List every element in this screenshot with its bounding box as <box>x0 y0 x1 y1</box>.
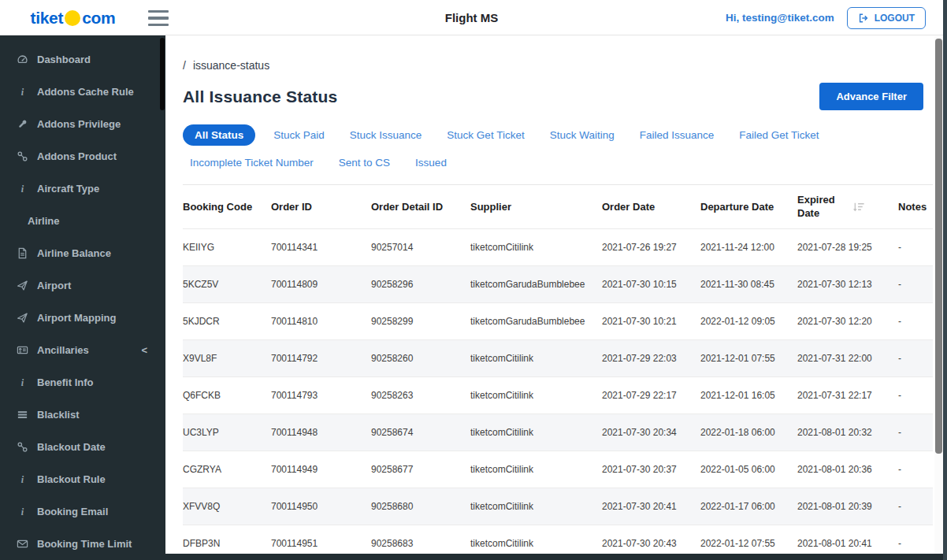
logo-text-tiket: tiket <box>31 9 64 28</box>
main-content: / issuance-status All Issuance Status Ad… <box>165 35 934 554</box>
tab-stuck-paid[interactable]: Stuck Paid <box>266 124 332 146</box>
cell-departure-date: 2022-01-17 06:00 <box>700 501 797 512</box>
info-icon: i <box>16 376 29 388</box>
tab-issued[interactable]: Issued <box>408 152 454 173</box>
tab-failed-get-ticket[interactable]: Failed Get Ticket <box>732 124 826 146</box>
table-row[interactable]: 5KJDCR70011481090258299tiketcomGarudaBum… <box>183 303 933 340</box>
sign-out-icon <box>858 13 869 24</box>
column-header-label: Order ID <box>271 201 312 213</box>
logo-text-com: com <box>82 9 115 28</box>
tab-all-status[interactable]: All Status <box>183 124 255 146</box>
column-header-supplier: Supplier <box>470 201 602 213</box>
svg-text:i: i <box>21 474 24 485</box>
sidebar-item-benefit-info[interactable]: iBenefit Info <box>0 366 165 399</box>
sidebar-item-label: Aircraft Type <box>37 183 99 195</box>
sidebar-item-label: Addons Cache Rule <box>37 86 134 98</box>
cell-departure-date: 2022-01-12 09:05 <box>700 316 797 327</box>
page-title: All Issuance Status <box>183 87 337 106</box>
table-row[interactable]: Q6FCKB70011479390258263tiketcomCitilink2… <box>183 377 933 414</box>
cell-notes: - <box>898 316 933 327</box>
cell-expired-date: 2021-08-01 20:41 <box>797 538 898 549</box>
sidebar-item-label: Airline <box>28 215 59 227</box>
sidebar-item-dashboard[interactable]: Dashboard <box>0 43 165 76</box>
cell-booking-code: 5KJDCR <box>183 316 271 327</box>
breadcrumb-item-issuance-status: issuance-status <box>193 59 269 72</box>
cell-supplier: tiketcomCitilink <box>470 464 602 475</box>
cell-supplier: tiketcomCitilink <box>470 353 602 364</box>
sidebar-item-label: Airport Mapping <box>37 312 116 324</box>
logout-button[interactable]: LOGOUT <box>847 7 926 29</box>
logo-yellow-dot-icon <box>65 10 80 26</box>
table-row[interactable]: DFBP3N70011495190258683tiketcomCitilink2… <box>183 525 933 554</box>
cell-order-date: 2021-07-30 20:34 <box>602 427 700 438</box>
sidebar-item-blacklist[interactable]: Blacklist <box>0 399 165 431</box>
sidebar-item-blackout-date[interactable]: Blackout Date <box>0 431 165 463</box>
sidebar-item-addons-product[interactable]: Addons Product <box>0 140 165 172</box>
table-row[interactable]: 5KCZ5V70011480990258296tiketcomGarudaBum… <box>183 266 933 303</box>
sidebar-item-booking-email[interactable]: iBooking Email <box>0 495 165 528</box>
sidebar-item-airport-mapping[interactable]: Airport Mapping <box>0 302 165 334</box>
advance-filter-button[interactable]: Advance Filter <box>819 83 923 110</box>
table-row[interactable]: UC3LYP70011494890258674tiketcomCitilink2… <box>183 414 933 451</box>
table-row[interactable]: X9VL8F70011479290258260tiketcomCitilink2… <box>183 340 933 377</box>
sidebar-item-addons-privilege[interactable]: Addons Privilege <box>0 108 165 140</box>
cell-order-detail-id: 90258260 <box>371 353 470 364</box>
sidebar-scrollbar-thumb[interactable] <box>160 38 165 110</box>
table-header-row: Booking CodeOrder IDOrder Detail IDSuppl… <box>183 184 933 229</box>
sidebar-item-aircraft-type[interactable]: iAircraft Type <box>0 172 165 205</box>
table-row[interactable]: CGZRYA70011494990258677tiketcomCitilink2… <box>183 451 933 488</box>
file-icon <box>16 247 29 259</box>
sidebar-item-airline[interactable]: Airline <box>0 205 165 237</box>
info-icon: i <box>16 506 29 517</box>
column-header-notes: Notes <box>898 201 933 213</box>
logout-button-label: LOGOUT <box>875 13 915 24</box>
cell-expired-date: 2021-07-31 22:00 <box>797 353 898 364</box>
cell-order-id: 700114793 <box>271 390 371 401</box>
cell-order-date: 2021-07-30 20:43 <box>602 538 700 549</box>
tab-stuck-waiting[interactable]: Stuck Waiting <box>543 124 622 146</box>
cell-departure-date: 2021-12-01 16:05 <box>700 390 797 401</box>
link-icon <box>16 150 29 162</box>
sidebar-item-addons-cache-rule[interactable]: iAddons Cache Rule <box>0 76 165 108</box>
sidebar-item-airline-balance[interactable]: Airline Balance <box>0 237 165 269</box>
tiket-com-logo: tiket com <box>0 0 146 35</box>
chevron-left-icon[interactable]: < <box>141 344 147 356</box>
table-row[interactable]: XFVV8Q70011495090258680tiketcomCitilink2… <box>183 488 933 525</box>
cell-order-id: 700114949 <box>271 464 371 475</box>
cell-departure-date: 2022-01-05 06:00 <box>700 464 797 475</box>
cell-departure-date: 2021-11-30 08:45 <box>700 279 797 290</box>
cell-order-date: 2021-07-29 22:03 <box>602 353 700 364</box>
issuance-status-table: Booking CodeOrder IDOrder Detail IDSuppl… <box>183 184 933 554</box>
main-scrollbar-thumb[interactable] <box>935 39 942 454</box>
tab-failed-issuance[interactable]: Failed Issuance <box>633 124 722 146</box>
hamburger-menu-icon[interactable] <box>148 10 170 26</box>
cell-order-date: 2021-07-30 10:21 <box>602 316 700 327</box>
cell-expired-date: 2021-08-01 20:36 <box>797 464 898 475</box>
sidebar-item-ancillaries[interactable]: Ancillaries< <box>0 334 165 366</box>
svg-text:i: i <box>21 87 24 98</box>
sidebar-item-airport[interactable]: Airport <box>0 269 165 302</box>
column-header-label: Expired Date <box>797 194 843 221</box>
tab-sent-to-cs[interactable]: Sent to CS <box>332 152 397 173</box>
cell-supplier: tiketcomGarudaBumblebee <box>470 316 602 327</box>
cell-notes: - <box>898 353 933 364</box>
tab-incomplete-ticket-number[interactable]: Incomplete Ticket Number <box>183 152 321 173</box>
cell-departure-date: 2022-01-12 07:55 <box>700 538 797 549</box>
sidebar-item-blackout-rule[interactable]: iBlackout Rule <box>0 463 165 495</box>
column-header-booking-code: Booking Code <box>183 201 271 213</box>
table-row[interactable]: KEIIYG70011434190257014tiketcomCitilink2… <box>183 229 933 266</box>
cell-order-date: 2021-07-30 20:37 <box>602 464 700 475</box>
tab-stuck-issuance[interactable]: Stuck Issuance <box>343 124 429 146</box>
svg-text:i: i <box>21 184 24 195</box>
cell-departure-date: 2022-01-18 06:00 <box>700 427 797 438</box>
info-icon: i <box>16 183 29 195</box>
cell-expired-date: 2021-08-01 20:32 <box>797 427 898 438</box>
cell-notes: - <box>898 464 933 475</box>
column-header-expired-date: Expired Date <box>797 194 898 221</box>
cell-notes: - <box>898 279 933 290</box>
cell-booking-code: Q6FCKB <box>183 390 271 401</box>
paper-plane-icon <box>16 280 29 291</box>
sort-icon[interactable] <box>852 201 866 213</box>
cell-booking-code: UC3LYP <box>183 427 271 438</box>
tab-stuck-get-ticket[interactable]: Stuck Get Ticket <box>440 124 531 146</box>
